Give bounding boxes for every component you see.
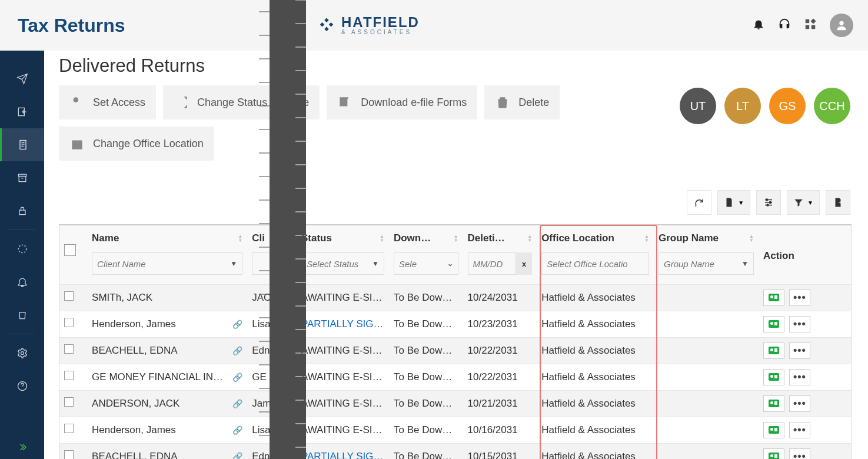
download-forms-button[interactable]: Download e-file Forms — [327, 85, 477, 119]
id-card-button[interactable] — [763, 316, 784, 332]
nav-expand[interactable] — [0, 435, 44, 459]
set-access-button[interactable]: Set Access — [59, 85, 156, 119]
cell-name: ANDERSON, JACK🔗 — [87, 390, 247, 417]
id-card-button[interactable] — [763, 369, 784, 385]
cell-group — [654, 390, 759, 417]
more-button[interactable]: ••• — [789, 342, 810, 359]
topbar-right — [752, 14, 853, 37]
badge-cch[interactable]: CCH — [814, 88, 850, 124]
col-down[interactable]: Down…▲▼ ⌄ — [389, 225, 463, 284]
svg-point-13 — [766, 199, 768, 201]
export-button[interactable]: ▼ — [717, 190, 750, 215]
col-office[interactable]: Office Location▲▼ — [537, 225, 654, 284]
col-delete[interactable]: Deleti…▲▼ x — [463, 225, 537, 284]
row-checkbox[interactable] — [64, 318, 74, 327]
table-row[interactable]: SMITh, JACKJACKAWAITING E-SI…To Be Dow…1… — [59, 284, 851, 311]
badge-lt[interactable]: LT — [724, 88, 761, 124]
link-icon[interactable]: 🔗 — [232, 320, 242, 329]
id-card-button[interactable] — [763, 422, 784, 438]
columns-button[interactable] — [756, 190, 781, 215]
link-icon[interactable]: 🔗 — [232, 399, 242, 408]
id-card-button[interactable] — [763, 395, 784, 412]
cell-group — [654, 364, 759, 390]
id-card-button[interactable] — [763, 448, 784, 460]
nav-import[interactable] — [0, 95, 44, 128]
link-icon[interactable]: 🔗 — [232, 346, 242, 355]
table-row[interactable]: ANDERSON, JACK🔗JamAWAITING E-SI…To Be Do… — [59, 390, 851, 417]
col-name[interactable]: Name▲▼ ▼ — [87, 225, 247, 284]
row-checkbox[interactable] — [64, 450, 74, 459]
change-status-button[interactable]: Change Status — [163, 85, 278, 119]
nav-archive[interactable] — [0, 161, 44, 194]
more-button[interactable]: ••• — [789, 422, 810, 438]
nav-returns[interactable] — [0, 128, 44, 161]
refresh-button[interactable] — [687, 190, 711, 215]
row-checkbox[interactable] — [64, 424, 74, 433]
filter-date[interactable]: x — [468, 252, 533, 275]
export2-button[interactable] — [826, 190, 850, 215]
more-button[interactable]: ••• — [789, 395, 810, 412]
ellipsis-icon: ••• — [793, 344, 806, 357]
nav-lock[interactable] — [0, 194, 44, 227]
link-icon[interactable]: 🔗 — [232, 372, 242, 382]
table-row[interactable]: Henderson, James🔗LisaPARTIALLY SIGN…To B… — [59, 311, 851, 337]
filter-down[interactable]: ⌄ — [394, 252, 458, 275]
badge-ut[interactable]: UT — [680, 88, 716, 124]
apps-icon[interactable] — [804, 18, 817, 33]
more-button[interactable]: ••• — [789, 448, 810, 460]
filter-button[interactable]: ▼ — [787, 190, 820, 215]
more-button[interactable]: ••• — [789, 290, 810, 306]
nav-draft[interactable] — [0, 232, 44, 265]
cell-action: ••• — [759, 337, 851, 364]
id-card-button[interactable] — [763, 290, 784, 306]
select-all-checkbox[interactable] — [64, 244, 76, 256]
main-content: Delivered Returns Set Access Change Stat… — [44, 51, 868, 459]
id-card-icon — [769, 320, 779, 328]
cell-status: PARTIALLY SIGN… — [297, 311, 389, 337]
row-checkbox[interactable] — [64, 344, 74, 354]
cell-office: Hatfield & Associates — [537, 390, 654, 417]
link-icon[interactable]: 🔗 — [232, 452, 242, 460]
nav-alert[interactable] — [0, 265, 44, 298]
more-button[interactable]: ••• — [789, 316, 810, 332]
link-icon[interactable]: 🔗 — [232, 425, 242, 435]
row-checkbox[interactable] — [64, 371, 74, 380]
ellipsis-icon: ••• — [793, 397, 806, 410]
more-button[interactable]: ••• — [789, 369, 810, 385]
col-client[interactable]: Cli — [247, 225, 297, 284]
user-avatar[interactable] — [830, 14, 853, 37]
nav-help[interactable] — [0, 370, 44, 403]
col-group[interactable]: Group Name▲▼ ▼ — [654, 225, 759, 284]
nav-settings[interactable] — [0, 337, 44, 370]
cell-action: ••• — [759, 417, 851, 443]
filter-name[interactable]: ▼ — [92, 252, 242, 275]
filter-office[interactable] — [541, 252, 649, 275]
archive-button-partial[interactable]: ive — [285, 85, 320, 119]
change-office-button[interactable]: Change Office Location — [59, 127, 214, 161]
nav-trash[interactable] — [0, 298, 44, 331]
cell-status: PARTIALLY SIGN… — [297, 443, 389, 459]
badge-gs[interactable]: GS — [769, 88, 806, 124]
row-checkbox[interactable] — [64, 397, 74, 407]
table-row[interactable]: GE MONEY FINANCIAL IN…🔗GEAWAITING E-SI…T… — [59, 364, 851, 390]
brand-main: HATFIELD — [341, 15, 420, 29]
delete-button[interactable]: Delete — [484, 85, 560, 119]
filter-client[interactable] — [252, 252, 292, 275]
col-status[interactable]: Status▲▼ ▼ — [297, 225, 389, 284]
headset-icon[interactable] — [778, 18, 791, 33]
utility-row: ▼ ▼ — [59, 190, 850, 215]
id-card-button[interactable] — [763, 342, 784, 359]
table-row[interactable]: BEACHELL, EDNA🔗EdnPARTIALLY SIGN…To Be D… — [59, 443, 851, 459]
clear-date[interactable]: x — [516, 252, 532, 275]
nav-send[interactable] — [0, 62, 44, 95]
filter-status[interactable]: ▼ — [301, 252, 384, 275]
cell-group — [654, 311, 759, 337]
cell-client: Edna — [247, 337, 297, 364]
bell-icon[interactable] — [752, 18, 765, 33]
table-row[interactable]: BEACHELL, EDNA🔗EdnaAWAITING E-SI…To Be D… — [59, 337, 851, 364]
filter-group[interactable]: ▼ — [659, 252, 754, 275]
table-row[interactable]: Henderson, James🔗LisaAWAITING E-SI…To Be… — [59, 417, 851, 443]
svg-point-4 — [839, 21, 843, 25]
row-checkbox[interactable] — [64, 291, 74, 301]
ellipsis-icon: ••• — [793, 291, 806, 304]
